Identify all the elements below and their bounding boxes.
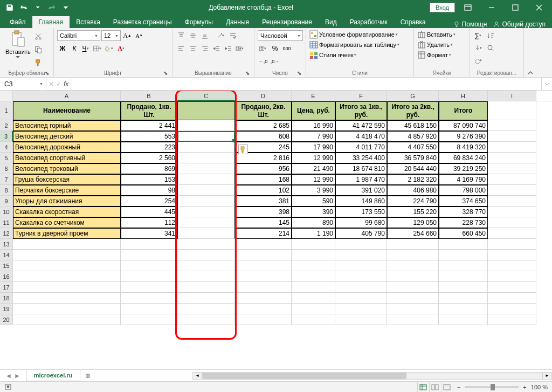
cell-blank[interactable] xyxy=(488,228,536,239)
cell-blank[interactable] xyxy=(488,101,536,120)
cell-sold2[interactable]: 956 xyxy=(235,163,292,174)
cell-blank[interactable] xyxy=(177,260,235,271)
row-header-19[interactable]: 19 xyxy=(0,304,13,314)
italic-icon[interactable]: К xyxy=(69,43,80,54)
cell-price[interactable]: 16 990 xyxy=(292,120,335,131)
cell-name[interactable]: Велосипед дорожный xyxy=(13,142,121,153)
cell-total[interactable]: 4 169 790 xyxy=(439,174,488,185)
cell-blank[interactable] xyxy=(235,282,292,293)
cell-blank[interactable] xyxy=(387,304,439,314)
cell-tot2[interactable]: 254 660 xyxy=(387,228,439,239)
cell-blank[interactable] xyxy=(13,260,121,271)
borders-icon[interactable]: ▾ xyxy=(93,43,104,54)
col-header-e[interactable]: E xyxy=(292,91,335,101)
cell-sold1[interactable]: 223 xyxy=(121,142,177,153)
col-header-f[interactable]: F xyxy=(335,91,387,101)
cell-blank[interactable] xyxy=(335,271,387,282)
cell-tot1[interactable]: 149 860 xyxy=(335,196,387,207)
delete-cells-button[interactable]: Удалить▾ xyxy=(417,40,454,49)
hscroll-thumb[interactable] xyxy=(203,373,406,379)
col-header-h[interactable]: H xyxy=(439,91,488,101)
cell-sold2[interactable]: 102 xyxy=(235,185,292,196)
cell-blank[interactable] xyxy=(439,260,488,271)
undo-icon[interactable] xyxy=(17,1,30,14)
login-button[interactable]: Вход xyxy=(430,3,455,12)
clipboard-launcher-icon[interactable]: ⬊ xyxy=(44,70,50,77)
cell-blank[interactable] xyxy=(488,163,536,174)
alignment-launcher-icon[interactable]: ⬊ xyxy=(244,70,251,77)
redo-icon[interactable] xyxy=(45,1,58,14)
name-box[interactable]: C3▼ xyxy=(0,78,46,90)
cell-blank[interactable] xyxy=(439,250,488,260)
cell-tot2[interactable]: 4 857 920 xyxy=(387,131,439,142)
format-painter-icon[interactable] xyxy=(33,57,44,68)
format-cells-button[interactable]: Формат▾ xyxy=(417,51,453,59)
row-header-3[interactable]: 3 xyxy=(0,131,13,142)
cell-blank[interactable] xyxy=(292,282,335,293)
cell-total[interactable]: 660 450 xyxy=(439,228,488,239)
tab-help[interactable]: Справка xyxy=(394,16,432,28)
row-header-2[interactable]: 2 xyxy=(0,120,13,131)
cell-name[interactable]: Велосипед трековый xyxy=(13,163,121,174)
cell-price[interactable]: 12 990 xyxy=(292,174,335,185)
percent-icon[interactable]: % xyxy=(270,43,280,54)
row-header-8[interactable]: 8 xyxy=(0,185,13,196)
cell-total[interactable]: 39 219 250 xyxy=(439,163,488,174)
decrease-decimal-icon[interactable]: ,0→ xyxy=(270,56,280,67)
fill-icon[interactable]: ▾ xyxy=(473,43,484,53)
header-c-blank[interactable] xyxy=(177,101,235,120)
font-color-icon[interactable]: А▾ xyxy=(116,43,127,54)
cell-blank[interactable] xyxy=(121,304,177,314)
cell-blank[interactable] xyxy=(121,250,177,260)
tell-me-button[interactable]: Помощн xyxy=(453,20,487,28)
cell-blank[interactable] xyxy=(488,314,536,325)
sort-filter-icon[interactable] xyxy=(485,30,496,41)
cancel-formula-icon[interactable]: ✕ xyxy=(49,80,54,88)
cell-name[interactable]: Скакалка со счетчиком xyxy=(13,217,121,228)
cell-sold2[interactable]: 398 xyxy=(235,207,292,217)
cell-blank[interactable] xyxy=(13,293,121,304)
tab-file[interactable]: Файл xyxy=(3,16,32,28)
comma-icon[interactable]: 000 xyxy=(281,43,292,54)
tab-formulas[interactable]: Формулы xyxy=(178,16,219,28)
row-header-13[interactable]: 13 xyxy=(0,239,13,250)
cell-name[interactable]: Груша боксерская xyxy=(13,174,121,185)
cell-total[interactable]: 374 650 xyxy=(439,196,488,207)
row-header-17[interactable]: 17 xyxy=(0,282,13,293)
page-layout-view-icon[interactable] xyxy=(429,382,441,392)
decrease-font-icon[interactable]: A▼ xyxy=(134,30,144,41)
zoom-slider[interactable] xyxy=(465,386,519,388)
cell-tot1[interactable]: 41 472 590 xyxy=(335,120,387,131)
cell-blank[interactable] xyxy=(13,250,121,260)
maximize-icon[interactable] xyxy=(505,0,526,15)
cell-blank[interactable] xyxy=(488,174,536,185)
cell-tot2[interactable]: 4 407 550 xyxy=(387,142,439,153)
cell-name[interactable]: Турник в дверной проем xyxy=(13,228,121,239)
cell-blank[interactable] xyxy=(121,314,177,325)
cell-sold1[interactable]: 445 xyxy=(121,207,177,217)
cell-tot1[interactable]: 173 550 xyxy=(335,207,387,217)
cell-name[interactable]: Велосипед горный xyxy=(13,120,121,131)
cell-c-blank[interactable] xyxy=(177,228,235,239)
row-header-6[interactable]: 6 xyxy=(0,163,13,174)
normal-view-icon[interactable] xyxy=(417,382,429,392)
cell-price[interactable]: 21 490 xyxy=(292,163,335,174)
cell-blank[interactable] xyxy=(121,293,177,304)
hscroll-left-icon[interactable]: ◄ xyxy=(192,372,202,380)
cell-blank[interactable] xyxy=(387,239,439,250)
cell-blank[interactable] xyxy=(439,239,488,250)
zoom-in-icon[interactable]: + xyxy=(523,384,526,390)
cell-sold2[interactable]: 2 816 xyxy=(235,153,292,163)
col-header-b[interactable]: B xyxy=(121,91,177,101)
cell-blank[interactable] xyxy=(177,250,235,260)
header-sold1[interactable]: Продано, 1кв. Шт. xyxy=(121,101,177,120)
cell-tot2[interactable]: 406 980 xyxy=(387,185,439,196)
cell-tot1[interactable]: 1 987 470 xyxy=(335,174,387,185)
clear-icon[interactable]: ▾ xyxy=(473,55,484,66)
cell-tot1[interactable]: 391 020 xyxy=(335,185,387,196)
cell-blank[interactable] xyxy=(488,153,536,163)
cell-tot1[interactable]: 33 254 400 xyxy=(335,153,387,163)
cell-blank[interactable] xyxy=(292,271,335,282)
cell-blank[interactable] xyxy=(439,293,488,304)
cell-tot2[interactable]: 224 790 xyxy=(387,196,439,207)
